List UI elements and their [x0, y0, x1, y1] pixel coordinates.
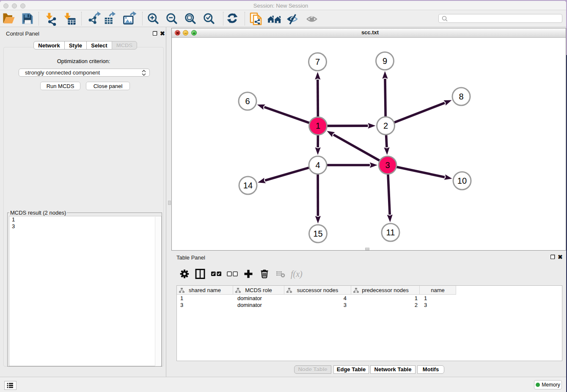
svg-text:f(x): f(x) — [291, 269, 303, 279]
svg-text:4: 4 — [315, 160, 320, 170]
svg-text:6: 6 — [245, 97, 250, 106]
svg-text:3: 3 — [385, 160, 390, 170]
svg-text:9: 9 — [383, 56, 387, 66]
svg-text:14: 14 — [243, 181, 253, 190]
svg-text:10: 10 — [457, 176, 467, 185]
svg-text:7: 7 — [315, 57, 320, 66]
svg-text:2: 2 — [383, 121, 388, 130]
svg-text:15: 15 — [313, 229, 322, 238]
svg-text:1: 1 — [316, 121, 320, 130]
svg-text:11: 11 — [386, 228, 395, 237]
svg-text:8: 8 — [459, 92, 463, 101]
